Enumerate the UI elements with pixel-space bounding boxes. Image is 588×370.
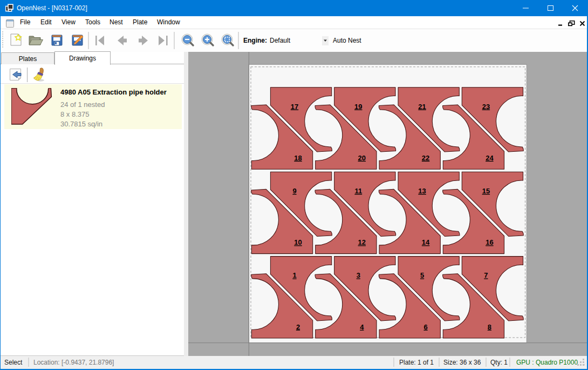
svg-text:20: 20: [358, 154, 366, 162]
svg-text:6: 6: [423, 323, 427, 331]
svg-text:Auto Nest: Auto Nest: [333, 37, 361, 44]
svg-text:19: 19: [354, 103, 362, 111]
svg-text:24: 24: [486, 154, 494, 162]
svg-text:Default: Default: [270, 37, 291, 44]
svg-text:1: 1: [292, 271, 296, 279]
svg-text:11: 11: [354, 187, 362, 195]
svg-text:21: 21: [418, 103, 426, 111]
svg-text:22: 22: [422, 154, 429, 162]
svg-text:15: 15: [482, 187, 490, 195]
svg-text:14: 14: [422, 238, 430, 246]
svg-text:7: 7: [484, 271, 488, 279]
svg-text:Select: Select: [4, 359, 23, 366]
svg-text:2: 2: [296, 323, 300, 331]
svg-text:10: 10: [294, 238, 302, 246]
svg-text:Qty: 1: Qty: 1: [490, 359, 508, 366]
svg-text:GPU : Quadro P1000: GPU : Quadro P1000: [516, 359, 578, 366]
svg-text:Size: 36 x 36: Size: 36 x 36: [443, 359, 481, 366]
svg-text:9: 9: [292, 187, 296, 195]
svg-text:13: 13: [418, 187, 426, 195]
svg-text:16: 16: [486, 238, 493, 246]
svg-text:3: 3: [357, 271, 360, 279]
svg-text:Location: [-0.9437, 21.8796]: Location: [-0.9437, 21.8796]: [33, 359, 114, 366]
svg-text:8: 8: [488, 323, 491, 331]
svg-text:4: 4: [360, 323, 364, 331]
svg-text:23: 23: [482, 103, 490, 111]
svg-text:18: 18: [294, 154, 302, 162]
svg-text:Engine:: Engine:: [243, 37, 267, 44]
svg-text:Plate: 1 of 1: Plate: 1 of 1: [399, 359, 434, 366]
svg-text:12: 12: [358, 238, 366, 246]
svg-text:17: 17: [291, 103, 298, 111]
svg-text:5: 5: [420, 271, 424, 279]
